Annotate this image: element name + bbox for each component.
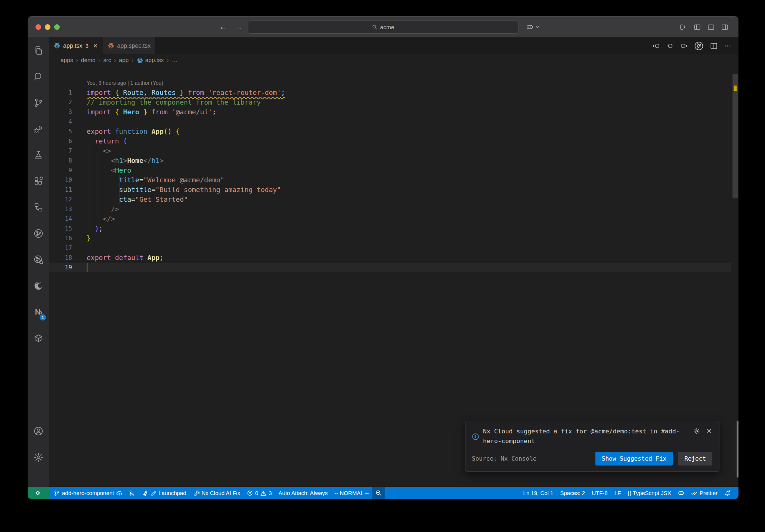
activity-item-search[interactable] <box>28 64 49 90</box>
toggle-panel-icon[interactable] <box>707 23 715 31</box>
activity-item-gitlens[interactable] <box>28 220 49 247</box>
code-line-16: 16} <box>49 233 731 243</box>
copilot-menu-button[interactable] <box>526 16 540 37</box>
code-line-18: 18export default App; <box>49 253 731 263</box>
remote-icon <box>35 490 41 496</box>
auto-attach-item[interactable]: Auto Attach: Always <box>275 487 331 499</box>
show-suggested-fix-button[interactable]: Show Suggested Fix <box>595 452 673 466</box>
breadcrumb: apps›demo›src›app›app.tsx›… <box>49 54 738 66</box>
overview-ruler-warning-marker <box>734 86 737 91</box>
tab-label: app.spec.tsx <box>117 43 151 49</box>
breadcrumb-file[interactable]: app.tsx <box>137 57 164 64</box>
problems-item[interactable]: 03 <box>244 487 275 499</box>
line-number: 1 <box>49 88 72 98</box>
run-and-debug-icon <box>33 124 44 134</box>
activity-item-manage[interactable] <box>28 444 49 470</box>
notification-close-icon[interactable] <box>706 428 712 434</box>
minimize-window-button[interactable] <box>45 24 50 30</box>
close-tab-icon[interactable]: ✕ <box>93 43 98 49</box>
copilot-item[interactable] <box>675 487 688 499</box>
activity-item-source-control[interactable] <box>28 90 49 116</box>
indentation-item[interactable]: Spaces: 2 <box>557 487 588 499</box>
activity-item-gitlens-inspect[interactable] <box>28 247 49 273</box>
split-editor-icon[interactable] <box>710 42 718 50</box>
customize-layout-icon[interactable] <box>679 23 687 31</box>
breadcrumb-item[interactable]: src <box>103 57 111 64</box>
activity-item-testing[interactable] <box>28 142 49 168</box>
breadcrumb-separator: › <box>76 57 78 64</box>
notification-settings-icon[interactable] <box>693 428 700 434</box>
gitlens-graph-icon[interactable] <box>694 41 704 51</box>
gitlens-current-change-icon[interactable] <box>666 42 674 50</box>
check-double-icon <box>691 490 697 496</box>
breadcrumb-item[interactable]: app <box>119 57 129 64</box>
toggle-primary-sidebar-icon[interactable] <box>693 23 701 31</box>
more-actions-icon[interactable] <box>724 42 732 50</box>
remote-indicator[interactable] <box>28 487 49 499</box>
status-text: Launchpad <box>158 490 186 496</box>
eol-item[interactable]: LF <box>611 487 625 499</box>
activity-item-edge-browser[interactable] <box>28 273 49 299</box>
tab-bar: app.tsx3✕app.spec.tsx <box>49 37 738 54</box>
line-number: 13 <box>49 204 72 214</box>
react-file-icon <box>137 57 143 64</box>
project-views-icon <box>33 202 44 213</box>
zoom-window-button[interactable] <box>54 24 60 30</box>
editor-scrollbar[interactable] <box>733 74 738 198</box>
breadcrumb-item[interactable]: apps <box>61 57 73 64</box>
line-number: 9 <box>49 166 72 175</box>
activity-item-accounts[interactable] <box>28 418 49 444</box>
status-text: LF <box>614 490 621 496</box>
toggle-secondary-sidebar-icon[interactable] <box>721 23 729 31</box>
notifications-item[interactable] <box>721 487 734 499</box>
tab-app.spec.tsx[interactable]: app.spec.tsx <box>103 37 156 54</box>
notification-message: Nx Cloud suggested a fix for @acme/demo:… <box>483 427 690 446</box>
gitlens-navigate-back-icon[interactable] <box>652 42 660 50</box>
line-number: 16 <box>49 233 72 243</box>
line-number: 2 <box>49 98 72 107</box>
code-line-11: 11 subtitle="Build something amazing tod… <box>49 185 731 195</box>
language-item[interactable]: {} TypeScript JSX <box>624 487 674 499</box>
code-editor[interactable]: You, 3 hours ago | 1 author (You) 1impor… <box>49 66 738 487</box>
indent-guide <box>103 146 103 224</box>
error-circle-icon <box>247 490 253 496</box>
gitlens-navigate-forward-icon[interactable] <box>680 42 688 50</box>
history-forward-button[interactable]: → <box>235 16 243 37</box>
status-bar: add-hero-componentLaunchpadNx Cloud AI F… <box>28 487 738 499</box>
command-center-search[interactable]: acme <box>248 21 518 34</box>
history-back-button[interactable]: ← <box>219 16 227 37</box>
notification-scrollbar[interactable] <box>737 421 738 477</box>
line-number: 10 <box>49 175 72 185</box>
tab-app.tsx[interactable]: app.tsx3✕ <box>49 37 103 54</box>
prettier-item[interactable]: Prettier <box>688 487 721 499</box>
cursor-position-item[interactable]: Ln 19, Col 1 <box>520 487 557 499</box>
activity-item-explorer[interactable] <box>28 37 49 64</box>
breadcrumb-item[interactable]: demo <box>81 57 96 64</box>
zoom-indicator-item[interactable] <box>372 487 385 499</box>
activity-item-extensions[interactable] <box>28 168 49 194</box>
source-control-graph-item[interactable] <box>126 487 138 499</box>
activity-item-run-and-debug[interactable] <box>28 116 49 142</box>
activity-item-nx-console[interactable]: N›1 <box>28 299 49 325</box>
activity-item-project-views[interactable] <box>28 194 49 220</box>
indent-guide <box>95 136 95 233</box>
editor-group: app.tsx3✕app.spec.tsx apps›demo›src›app›… <box>49 37 738 487</box>
status-text: Auto Attach: Always <box>279 490 328 496</box>
line-number: 4 <box>49 117 72 127</box>
status-text: {} TypeScript JSX <box>628 490 671 496</box>
launchpad-item[interactable]: Launchpad <box>138 487 189 499</box>
vim-mode-item[interactable]: -- NORMAL -- <box>331 487 372 499</box>
breadcrumb-tail[interactable]: … <box>172 57 178 64</box>
line-number: 17 <box>49 243 72 253</box>
react-file-icon <box>108 43 114 49</box>
git-branch-item[interactable]: add-hero-component <box>50 487 126 499</box>
code-line-5: 5export function App() { <box>49 127 731 136</box>
reject-button[interactable]: Reject <box>678 452 712 466</box>
nx-cloud-ai-fix-item[interactable]: Nx Cloud AI Fix <box>190 487 244 499</box>
activity-item-containers[interactable] <box>28 325 49 351</box>
status-text: Spaces: 2 <box>560 490 585 496</box>
close-window-button[interactable] <box>35 24 41 30</box>
code-line-1: 1import { Route, Routes } from 'react-ro… <box>49 88 731 98</box>
encoding-item[interactable]: UTF-8 <box>588 487 611 499</box>
activity-badge: 1 <box>40 314 46 321</box>
